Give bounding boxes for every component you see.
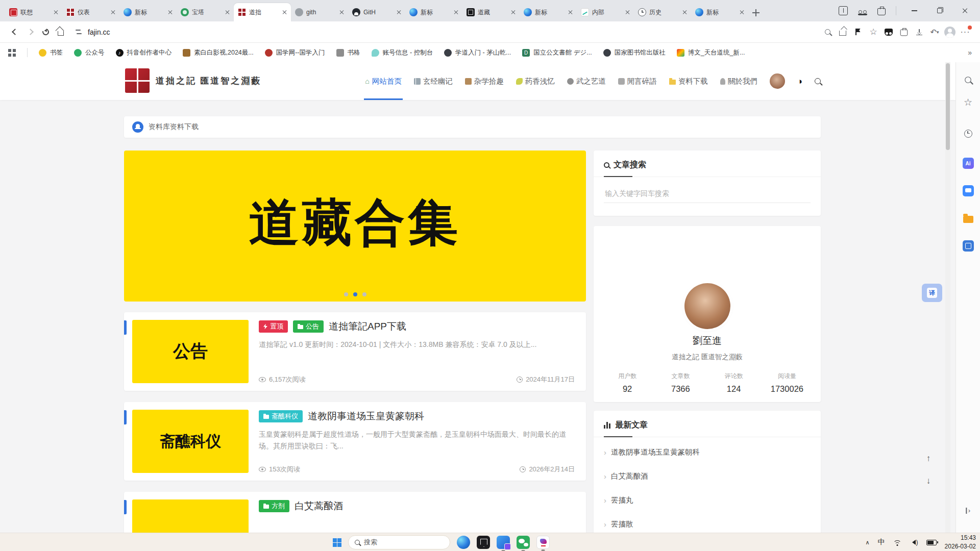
tab-close-icon[interactable]: [396, 10, 401, 15]
forward-button[interactable]: [22, 24, 38, 40]
carousel-dot-1[interactable]: [344, 292, 348, 296]
sidebar-history-button[interactable]: [962, 128, 974, 140]
recent-article-link[interactable]: ›罢搐散: [594, 512, 821, 533]
article-thumbnail[interactable]: 公告: [132, 320, 249, 383]
author-avatar[interactable]: [684, 283, 730, 329]
dark-mode-toggle-icon[interactable]: ◑: [797, 77, 802, 86]
taskbar-black-app-icon[interactable]: [477, 536, 490, 549]
tab-close-icon[interactable]: [625, 10, 630, 15]
bookmark-xuedao[interactable]: 学道入门 - 茅山乾...: [444, 48, 511, 57]
tab-dashboard[interactable]: 仪表: [62, 3, 119, 21]
essentials-button[interactable]: [896, 24, 912, 40]
sidebar-favorites-button[interactable]: ☆: [962, 96, 974, 108]
scrollbar-thumb[interactable]: [946, 63, 950, 150]
taskbar-wechat-icon[interactable]: [517, 536, 530, 549]
announcement-bar[interactable]: 资料库资料下载: [124, 116, 821, 138]
recent-article-link[interactable]: ›罢搐丸: [594, 488, 821, 512]
sidebar-tools-button[interactable]: [962, 240, 974, 252]
article-thumbnail[interactable]: [132, 499, 249, 533]
tab-close-icon[interactable]: [568, 10, 573, 15]
tab-newtab-3[interactable]: 新标: [520, 3, 577, 21]
tab-newtab-2[interactable]: 新标: [405, 3, 462, 21]
bookmark-nlc-press[interactable]: 国家图书馆出版社: [603, 48, 666, 57]
article-title[interactable]: 道教阴事道场玉皇黄篆朝科: [308, 410, 424, 423]
nav-item-xianyan[interactable]: 閒言碎語: [618, 62, 657, 100]
article-title[interactable]: 白艾蒿酿酒: [295, 499, 343, 513]
profile-button[interactable]: [942, 24, 958, 40]
sidebar-copilot-button[interactable]: Ai: [962, 157, 974, 169]
favorite-this-page-button[interactable]: ☆: [866, 24, 881, 40]
bookmark-gongzhonghao[interactable]: 公众号: [74, 48, 105, 57]
nav-item-home[interactable]: ⌂网站首页: [365, 62, 401, 100]
address-bar[interactable]: fajin.cc: [68, 24, 820, 40]
bookmark-console[interactable]: 账号信息 - 控制台: [372, 48, 433, 57]
sidebar-search-button[interactable]: [962, 73, 974, 86]
article-title[interactable]: 道拙筆記APP下载: [329, 320, 406, 333]
tab-close-icon[interactable]: [225, 10, 230, 15]
author-name[interactable]: 劉至進: [594, 334, 821, 347]
close-button[interactable]: [958, 3, 973, 18]
nav-item-ziliao[interactable]: 资料下载: [669, 62, 708, 100]
refresh-button[interactable]: [38, 24, 53, 40]
recent-article-link[interactable]: ›白艾蒿酿酒: [594, 464, 821, 488]
nav-item-yaoxiang[interactable]: 药香浅忆: [516, 62, 555, 100]
announcement-text[interactable]: 资料库资料下载: [149, 122, 199, 132]
page-scrollbar[interactable]: [945, 62, 950, 533]
browser-essentials-icon[interactable]: [877, 8, 886, 15]
tab-close-icon[interactable]: [339, 10, 344, 15]
bookmark-guoxue[interactable]: 国学网--国学入门: [265, 48, 325, 57]
restore-session-button[interactable]: ↶▾: [927, 24, 942, 40]
tab-lenovo[interactable]: 联想: [5, 3, 62, 21]
inprivate-icon[interactable]: [858, 6, 867, 15]
sidebar-files-button[interactable]: [962, 212, 974, 224]
settings-menu-button[interactable]: ···: [958, 24, 973, 40]
search-in-sidebar-button[interactable]: [820, 24, 835, 40]
nav-item-about[interactable]: 關於我們: [720, 62, 757, 100]
translate-float-button[interactable]: 译: [922, 284, 942, 302]
site-search-icon[interactable]: [815, 78, 821, 84]
site-logo[interactable]: 道拙之記 匯道智之淵藪: [125, 68, 261, 93]
sidebar-expand-button[interactable]: ›: [966, 507, 970, 514]
sidebar-chat-app-button[interactable]: [962, 185, 974, 197]
taskbar-blue-app-icon[interactable]: [497, 536, 510, 549]
bookmark-tiantai[interactable]: 博文_天台道统_新...: [677, 48, 745, 57]
performance-button[interactable]: [850, 24, 866, 40]
bookmark-douyin[interactable]: ♪抖音创作者中心: [116, 48, 172, 57]
nav-item-wuzhi[interactable]: 武之艺道: [567, 62, 606, 100]
back-button[interactable]: [7, 24, 22, 40]
category-badge[interactable]: 斋醮科仪: [259, 410, 303, 422]
tab-baota[interactable]: 宝塔: [177, 3, 234, 21]
url-text[interactable]: fajin.cc: [88, 28, 110, 36]
nav-item-xuanjing[interactable]: 玄经幽记: [414, 62, 453, 100]
carousel-dot-3[interactable]: [362, 292, 366, 296]
tray-overflow-chevron-icon[interactable]: ∧: [866, 539, 870, 546]
tab-close-icon[interactable]: [167, 10, 173, 15]
tab-close-icon[interactable]: [510, 10, 516, 15]
taskbar-search-box[interactable]: 搜索: [348, 535, 450, 549]
tab-github[interactable]: GitH: [348, 3, 405, 21]
pinned-badge[interactable]: 置顶: [259, 320, 288, 333]
scroll-to-top-button[interactable]: ↑: [922, 452, 935, 465]
bookmark-kokuritsu[interactable]: D国立公文書館 デジ...: [522, 48, 592, 57]
tab-close-icon[interactable]: [739, 10, 744, 15]
tab-close-icon[interactable]: [453, 10, 458, 15]
article-thumbnail[interactable]: 斋醮科仪: [132, 410, 249, 473]
taskbar-clock[interactable]: 15:43 2026-03-02: [945, 534, 976, 551]
scroll-to-bottom-button[interactable]: ↓: [922, 474, 935, 488]
recent-article-link[interactable]: ›道教阴事道场玉皇黄篆朝科: [594, 440, 821, 464]
category-badge[interactable]: 方剂: [259, 500, 289, 512]
tab-daozhuo-active[interactable]: 道拙: [234, 3, 291, 21]
tab-newtab-1[interactable]: 新标: [119, 3, 177, 21]
downloads-button[interactable]: [912, 24, 927, 40]
tab-close-icon[interactable]: [110, 10, 115, 15]
minimize-button[interactable]: [906, 3, 922, 18]
ime-indicator[interactable]: 中: [878, 538, 885, 547]
article-search-input[interactable]: [604, 186, 811, 203]
tab-newtab-4[interactable]: 新标: [691, 3, 748, 21]
nav-item-zaxue[interactable]: 杂学拾趣: [465, 62, 504, 100]
share-button[interactable]: [835, 24, 850, 40]
workspaces-icon[interactable]: [839, 6, 848, 15]
carousel-banner[interactable]: 道藏合集: [124, 151, 586, 302]
wifi-icon[interactable]: [893, 539, 901, 545]
site-permissions-icon[interactable]: [76, 29, 83, 36]
